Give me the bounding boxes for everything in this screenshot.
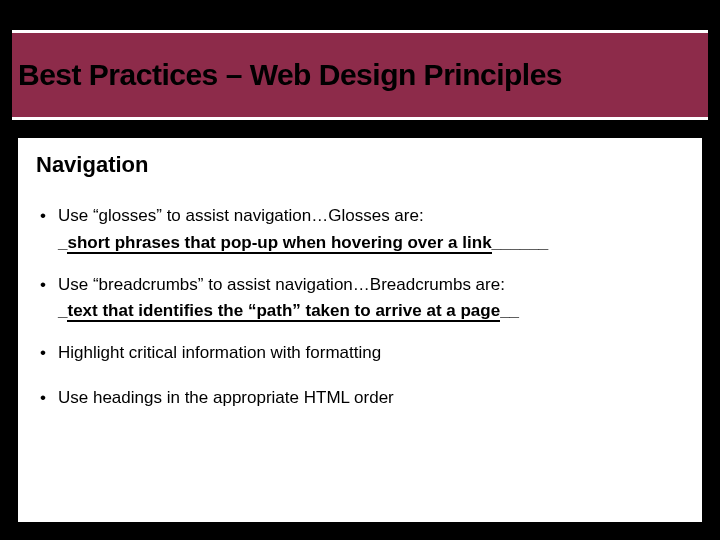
slide-body: Navigation Use “glosses” to assist navig… [18,138,702,522]
list-item: Use “glosses” to assist navigation…Gloss… [36,204,684,229]
bullet-text: Use headings in the appropriate HTML ord… [58,388,394,407]
title-bar: Best Practices – Web Design Principles [12,30,708,120]
bullet-list: Use “glosses” to assist navigation…Gloss… [36,204,684,411]
blank-answer: text that identifies the “path” taken to… [67,301,500,322]
bullet-text: Highlight critical information with form… [58,343,381,362]
fill-in-blank: _short phrases that pop-up when hovering… [58,233,684,253]
list-item: Use headings in the appropriate HTML ord… [36,386,684,411]
list-item: Highlight critical information with form… [36,341,684,366]
slide: Best Practices – Web Design Principles N… [0,0,720,540]
fill-in-blank: _text that identifies the “path” taken t… [58,301,684,321]
blank-tail: ______ [492,233,549,252]
slide-subtitle: Navigation [36,152,684,178]
bullet-text: Use “breadcrumbs” to assist navigation…B… [58,275,505,294]
list-item: Use “breadcrumbs” to assist navigation…B… [36,273,684,298]
bullet-text: Use “glosses” to assist navigation…Gloss… [58,206,424,225]
blank-tail: __ [500,301,519,320]
slide-title: Best Practices – Web Design Principles [18,58,562,92]
blank-answer: short phrases that pop-up when hovering … [67,233,491,254]
